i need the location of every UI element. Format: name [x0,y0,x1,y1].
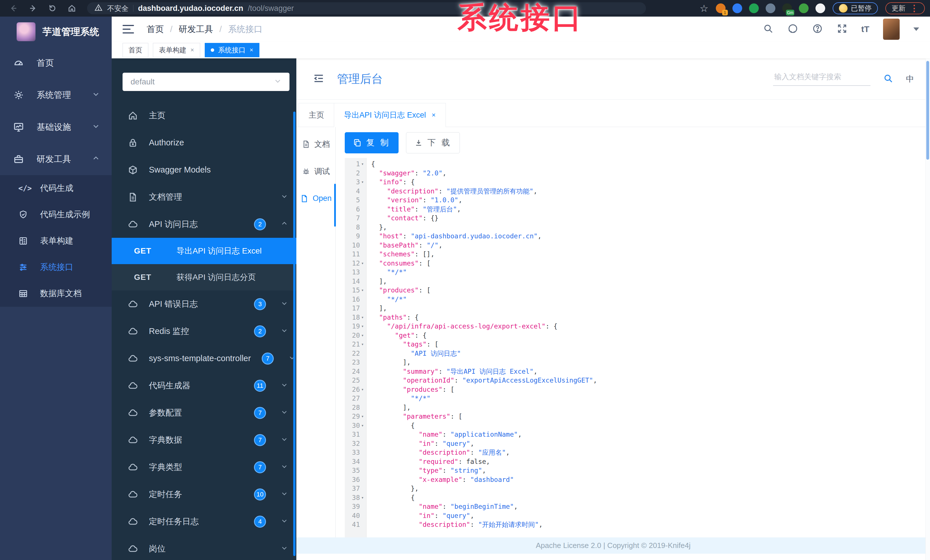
doc-tabs: 主页导出API 访问日志 Excel× [296,100,930,127]
fold-arrow-icon[interactable]: ▾ [360,421,365,430]
tab-close-icon[interactable]: × [432,111,436,119]
api-group-select[interactable]: default [123,73,289,91]
page-scrollbar-thumb[interactable] [926,61,929,160]
help-icon[interactable] [812,23,823,35]
cube-icon [128,165,138,175]
extension-icon[interactable] [733,3,742,13]
sidebar-item-基础设施[interactable]: 基础设施 [0,111,112,143]
extension-icon[interactable] [799,3,808,13]
chevron-down-icon [281,408,288,417]
swagger-item-API 访问日志[interactable]: API 访问日志2 [112,210,296,238]
download-button[interactable]: 下 载 [406,132,460,153]
page-scrollbar[interactable] [925,59,930,560]
language-toggle[interactable]: 中 [906,74,914,84]
swagger-item-Swagger Models[interactable]: Swagger Models [112,156,296,183]
cloud-icon [128,462,138,473]
sidebar-collapse-icon[interactable] [123,25,134,34]
doc-tab-主页[interactable]: 主页 [299,103,334,127]
tag-首页[interactable]: 首页 [123,43,148,57]
fold-arrow-icon[interactable]: ▾ [360,385,365,394]
swagger-item-API 错误日志[interactable]: API 错误日志3 [112,290,296,318]
swagger-item-字典类型[interactable]: 字典类型7 [112,454,296,481]
fold-arrow-icon[interactable]: ▾ [360,493,365,502]
tag-表单构建[interactable]: 表单构建× [153,43,200,57]
browser-home-icon[interactable] [63,2,80,15]
doc-search-icon[interactable] [883,73,893,85]
extension-icon[interactable]: 1 [716,3,725,13]
tag-系统接口[interactable]: 系统接口× [205,43,259,57]
fold-arrow-icon[interactable]: ▾ [360,286,365,295]
swagger-item-Redis 监控[interactable]: Redis 监控2 [112,318,296,345]
sidebar-subitem-系统接口[interactable]: 系统接口 [0,254,112,281]
swagger-item-主页[interactable]: 主页 [112,102,296,129]
breadcrumb-item[interactable]: 首页 [146,23,164,35]
browser-back-icon[interactable] [5,2,22,15]
sidebar-item-首页[interactable]: 首页 [0,47,112,79]
swagger-op-导出API 访问日志 Excel[interactable]: GET导出API 访问日志 Excel [112,238,296,264]
swagger-item-Authorize[interactable]: Authorize [112,129,296,156]
sidebar-item-系统管理[interactable]: 系统管理 [0,79,112,111]
gutter-line: 4 [345,187,366,196]
json-code-editor[interactable]: 1▾23▾456789101112▾131415▾161718▾19▾20▾21… [345,158,930,537]
fold-arrow-icon[interactable]: ▾ [360,322,365,331]
fold-arrow-icon[interactable]: ▾ [360,160,365,169]
browser-menu-icon[interactable]: ⋮ [910,6,919,11]
swagger-item-文档管理[interactable]: 文档管理 [112,183,296,210]
swagger-sidebar-scrollbar[interactable] [293,112,296,556]
extension-icon[interactable] [749,3,759,13]
fold-arrow-icon[interactable]: ▾ [360,178,365,187]
sidebar-item-研发工具[interactable]: 研发工具 [0,143,112,175]
update-button[interactable]: 更新 ⋮ [885,2,925,14]
line-number: 4 [356,187,360,196]
mini-nav-Open[interactable]: Open [296,185,335,212]
sidebar-subitem-代码生成示例[interactable]: 代码生成示例 [0,201,112,228]
mini-nav-scrollbar[interactable] [334,184,336,227]
fullscreen-icon[interactable] [837,23,848,35]
bookmark-star-icon[interactable]: ☆ [700,3,708,13]
doc-collapse-icon[interactable] [313,72,325,86]
tag-close-icon[interactable]: × [190,46,194,54]
extension-icon[interactable] [816,3,825,13]
search-icon[interactable] [763,23,774,35]
swagger-item-代码生成器[interactable]: 代码生成器11 [112,372,296,399]
mini-nav-调试[interactable]: 调试 [296,158,335,185]
user-avatar[interactable] [883,18,900,40]
tag-close-icon[interactable]: × [250,46,253,54]
fold-arrow-icon[interactable]: ▾ [360,259,365,268]
swagger-op-获得API 访问日志分页[interactable]: GET获得API 访问日志分页 [112,264,296,290]
logo-row[interactable]: 芋道管理系统 [0,17,112,47]
mini-nav-文档[interactable]: 文档 [296,130,335,158]
swagger-item-岗位[interactable]: 岗位 [112,535,296,560]
doc-search-input[interactable]: 输入文档关键字搜索 [773,72,870,86]
browser-forward-icon[interactable] [25,2,41,15]
breadcrumb-item[interactable]: 研发工具 [179,23,213,35]
swagger-item-参数配置[interactable]: 参数配置7 [112,399,296,427]
font-size-icon[interactable]: tT [861,24,869,34]
shield-icon [18,210,28,219]
github-icon[interactable] [787,23,798,35]
sidebar-subitem-数据库文档[interactable]: 数据库文档 [0,281,112,307]
extension-icon[interactable]: Gm [782,3,792,13]
extension-icon[interactable] [766,3,775,13]
code-icon: </> [18,183,28,193]
copy-button[interactable]: 复 制 [345,132,399,153]
browser-reload-icon[interactable] [44,2,61,15]
swagger-item-字典数据[interactable]: 字典数据7 [112,427,296,454]
user-menu-caret-icon[interactable] [913,28,919,31]
gutter-line: 3▾ [345,178,366,187]
fold-arrow-icon[interactable]: ▾ [360,340,365,349]
fold-arrow-icon[interactable]: ▾ [360,313,365,322]
fold-arrow-icon[interactable]: ▾ [360,412,365,421]
tags-row: 首页表单构建×系统接口× [112,42,930,58]
swagger-item-定时任务[interactable]: 定时任务10 [112,481,296,508]
breadcrumb-item[interactable]: 系统接口 [228,23,263,35]
sidebar-subitem-表单构建[interactable]: 表单构建 [0,228,112,254]
paused-pill[interactable]: 已暂停 [833,2,878,14]
fold-arrow-icon[interactable]: ▾ [360,331,365,340]
doc-tab-导出API 访问日志 Excel[interactable]: 导出API 访问日志 Excel× [334,103,446,127]
swagger-item-sys-sms-template-controller[interactable]: sys-sms-template-controller7 [112,345,296,372]
code-line: ], [371,277,930,286]
code-line: "*/*" [371,394,930,403]
swagger-item-定时任务日志[interactable]: 定时任务日志4 [112,508,296,535]
sidebar-subitem-代码生成[interactable]: </>代码生成 [0,175,112,201]
